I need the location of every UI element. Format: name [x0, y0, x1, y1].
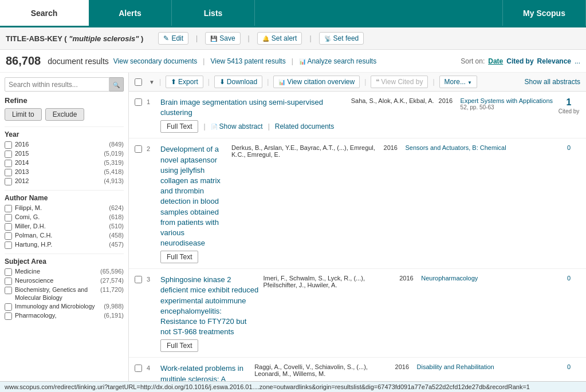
subject-filter-biochemistry: Biochemistry, Genetics and Molecular Bio…: [5, 286, 124, 302]
result-2-full-text[interactable]: Full Text: [160, 251, 198, 263]
sort-more[interactable]: ...: [575, 57, 580, 65]
patent-results-link[interactable]: View 5413 patent results: [210, 57, 285, 65]
nav-tab-search[interactable]: Search: [0, 0, 89, 26]
exclude-button[interactable]: Exclude: [45, 108, 85, 121]
subject-filter-pharmacology: Pharmacology, (6,191): [5, 312, 124, 320]
result-1-full-text[interactable]: Full Text: [160, 120, 198, 133]
result-2-year: 2016: [384, 144, 401, 158]
subject-medicine-checkbox[interactable]: [5, 268, 12, 276]
more-icon: [467, 78, 472, 86]
result-4-authors: Raggi, A., Covelli, V., Schiavolin, S., …: [254, 363, 390, 377]
result-1-related[interactable]: Related documents: [275, 122, 334, 130]
view-citation-button[interactable]: View citation overview: [273, 76, 360, 88]
set-alert-button[interactable]: Set alert: [257, 32, 302, 45]
result-3-checkbox[interactable]: [135, 276, 142, 283]
result-1-checkbox[interactable]: [135, 98, 142, 106]
author-miller-checkbox[interactable]: [5, 223, 12, 231]
table-row: 2 Development of a novel aptasensor usin…: [129, 138, 586, 269]
subject-neuroscience-checkbox[interactable]: [5, 278, 12, 285]
search-query: TITLE-ABS-KEY ( "multiple sclerosis" ): [6, 34, 143, 43]
result-4-journal[interactable]: Disability and Rehabilitation: [417, 363, 494, 370]
result-2-actions: Full Text: [160, 251, 227, 263]
year-2012-checkbox[interactable]: [5, 178, 12, 185]
year-2013-checkbox[interactable]: [5, 169, 12, 176]
nav-tab-alerts[interactable]: Alerts: [89, 0, 172, 26]
sort-cited-by[interactable]: Cited by: [506, 57, 533, 65]
result-1-show-abstract[interactable]: Show abstract: [211, 122, 263, 130]
set-feed-button[interactable]: Set feed: [319, 32, 364, 45]
search-within-button[interactable]: [109, 77, 124, 92]
nav-tab-lists[interactable]: Lists: [172, 0, 255, 26]
subject-filter-neuroscience: Neuroscience (27,574): [5, 277, 124, 285]
edit-icon: [163, 34, 169, 42]
results-actions: View secondary documents | View 5413 pat…: [113, 57, 456, 65]
export-icon: [171, 78, 176, 86]
result-2-authors: Derkus, B., Arslan, Y.E., Bayrac, A.T., …: [231, 144, 379, 158]
feed-icon: [324, 34, 331, 42]
subject-pharmacology-checkbox[interactable]: [5, 312, 12, 320]
result-3-cited: 0: [557, 275, 580, 288]
toolbar: ▼ | Export | Download | View citation ov…: [129, 73, 586, 92]
sort-relevance[interactable]: Relevance: [537, 57, 571, 65]
year-filter-list: 2016 (849) 2015 (5,019) 2014 (5,319) 201…: [5, 141, 124, 185]
refine-title: Refine: [5, 96, 124, 105]
search-within-input[interactable]: [5, 77, 109, 92]
result-4-checkbox[interactable]: [135, 365, 142, 372]
export-button[interactable]: Export: [166, 76, 203, 88]
result-3-journal[interactable]: Neuropharmacology: [421, 275, 478, 282]
author-filter-polman: Polman, C.H. (458): [5, 232, 124, 240]
toolbar-left: ▼ | Export | Download | View citation ov…: [135, 76, 477, 88]
result-1-journal-detail: 52, pp. 50-63: [461, 104, 553, 110]
result-3-title[interactable]: Sphingosine kinase 2 deficient mice exhi…: [160, 275, 259, 337]
author-filippi-checkbox[interactable]: [5, 205, 12, 212]
search-term: "multiple sclerosis": [69, 34, 139, 43]
author-hartung-checkbox[interactable]: [5, 241, 12, 249]
subject-immunology-checkbox[interactable]: [5, 303, 12, 311]
nav-tab-my-scopus-label: My Scopus: [523, 9, 565, 18]
year-2016-checkbox[interactable]: [5, 141, 12, 149]
result-1-title[interactable]: Brain image segmentation using semi-supe…: [160, 97, 347, 118]
limit-to-button[interactable]: Limit to: [5, 108, 42, 121]
author-filter-filippi: Filippi, M. (624): [5, 204, 124, 212]
author-filter-miller: Miller, D.H. (510): [5, 223, 124, 231]
author-filter-list: Filippi, M. (624) Comi, G. (618) Miller,…: [5, 204, 124, 249]
year-2014-checkbox[interactable]: [5, 160, 12, 167]
edit-button[interactable]: Edit: [158, 32, 188, 45]
subject-filter-medicine: Medicine (65,596): [5, 268, 124, 276]
more-button[interactable]: More...: [439, 76, 477, 88]
result-2-checkbox[interactable]: [135, 145, 142, 153]
author-comi-checkbox[interactable]: [5, 214, 12, 221]
search-bar-area: TITLE-ABS-KEY ( "multiple sclerosis" ) E…: [0, 27, 586, 50]
view-cited-by-button[interactable]: View Cited by: [371, 76, 428, 88]
save-button[interactable]: Save: [205, 32, 240, 45]
result-2-journal[interactable]: Sensors and Actuators, B: Chemical: [406, 144, 506, 151]
nav-spacer: [255, 0, 503, 26]
subject-biochemistry-checkbox[interactable]: [5, 287, 12, 294]
result-4-year: 2016: [395, 363, 412, 377]
sort-area: Sort on: Date Cited by Relevance ...: [461, 57, 580, 65]
result-3-full-text[interactable]: Full Text: [160, 339, 198, 352]
secondary-docs-link[interactable]: View secondary documents: [113, 57, 198, 65]
result-1-year: 2016: [439, 97, 456, 114]
select-dropdown[interactable]: ▼: [149, 79, 155, 85]
author-polman-checkbox[interactable]: [5, 232, 12, 240]
year-filter-2012: 2012 (4,913): [5, 177, 124, 185]
author-section-title: Author Name: [5, 190, 124, 202]
search-within: [5, 77, 124, 92]
result-1-cited[interactable]: 1 Cited by: [557, 97, 580, 114]
main-layout: Refine Limit to Exclude Year 2016 (849) …: [0, 73, 586, 389]
status-url: www.scopus.com/redirect/linking.uri?targ…: [5, 383, 530, 389]
show-all-abstracts-link[interactable]: Show all abstracts: [525, 78, 580, 86]
result-1-journal[interactable]: Expert Systems with Applications: [461, 97, 553, 104]
sort-date[interactable]: Date: [488, 57, 503, 65]
sort-label: Sort on:: [461, 57, 485, 65]
nav-tab-my-scopus[interactable]: My Scopus: [503, 0, 586, 26]
result-2-title[interactable]: Development of a novel aptasensor using …: [160, 144, 227, 248]
table-row: 1 Brain image segmentation using semi-su…: [129, 92, 586, 138]
results-count: 86,708: [6, 54, 41, 68]
results-list: 1 Brain image segmentation using semi-su…: [129, 92, 586, 389]
year-2015-checkbox[interactable]: [5, 151, 12, 158]
analyze-link[interactable]: Analyze search results: [299, 57, 376, 65]
select-all-checkbox[interactable]: [135, 78, 142, 86]
download-button[interactable]: Download: [214, 76, 262, 88]
